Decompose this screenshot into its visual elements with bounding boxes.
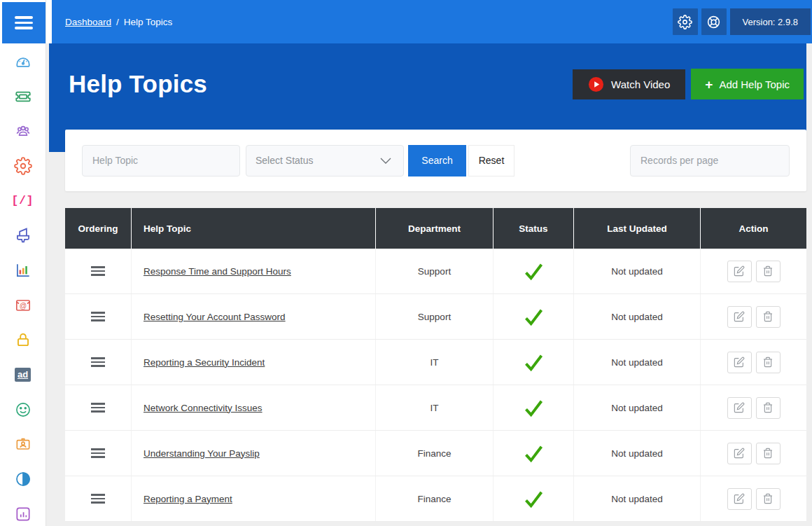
help-topic-link[interactable]: Reporting a Payment <box>144 494 232 504</box>
edit-icon <box>734 493 745 504</box>
status-active-check-icon <box>523 352 545 373</box>
hamburger-menu-icon <box>15 16 33 29</box>
sidebar-item-analytics[interactable] <box>0 497 46 526</box>
delete-button[interactable] <box>756 443 780 464</box>
edit-button[interactable] <box>727 261 752 282</box>
ordering-cell <box>65 385 132 430</box>
edit-button[interactable] <box>727 306 752 328</box>
trash-icon <box>762 448 774 459</box>
life-ring-icon <box>706 15 721 29</box>
shortcode-brackets-icon: [/] <box>12 195 34 207</box>
help-topic-link[interactable]: Reporting a Security Incident <box>144 357 265 368</box>
sidebar-toggle-button[interactable] <box>2 2 46 43</box>
sidebar-item-agents[interactable] <box>0 427 46 462</box>
delete-button[interactable] <box>756 397 780 419</box>
sidebar-item-dashboard[interactable] <box>0 44 46 79</box>
status-active-check-icon <box>523 443 545 464</box>
help-topic-cell: Reporting a Payment <box>132 476 376 521</box>
action-cell <box>701 340 806 385</box>
sidebar-item-display-mode[interactable] <box>0 462 46 497</box>
sidebar-item-email[interactable]: @ <box>0 288 46 323</box>
edit-button[interactable] <box>727 352 752 373</box>
last-updated-cell: Not updated <box>574 431 701 476</box>
sidebar-item-feedback[interactable] <box>0 392 46 427</box>
trash-icon <box>762 402 774 413</box>
drag-handle[interactable] <box>88 399 108 416</box>
delete-button[interactable] <box>756 306 780 328</box>
sidebar-item-tickets[interactable] <box>0 79 46 114</box>
search-button[interactable]: Search <box>408 145 466 177</box>
status-active-check-icon <box>523 488 545 510</box>
edit-button[interactable] <box>727 488 752 510</box>
drag-handle[interactable] <box>88 490 108 507</box>
hero-actions: Watch Video + Add Help Topic <box>573 69 804 99</box>
records-per-page-input[interactable] <box>630 145 790 177</box>
ordering-cell <box>65 476 132 521</box>
header-help-topic: Help Topic <box>132 208 376 249</box>
ticket-icon <box>14 88 32 106</box>
help-topic-link[interactable]: Response Time and Support Hours <box>144 266 291 277</box>
sidebar-item-shortcodes[interactable]: [/] <box>0 184 46 219</box>
reset-button[interactable]: Reset <box>468 145 514 177</box>
status-active-check-icon <box>523 261 545 282</box>
settings-button[interactable] <box>673 8 698 35</box>
table-header-row: Ordering Help Topic Department Status La… <box>65 208 806 249</box>
edit-icon <box>734 265 745 277</box>
sidebar-item-reports[interactable] <box>0 253 46 288</box>
sidebar-item-ads[interactable]: ad <box>0 357 46 392</box>
drag-handle[interactable] <box>88 308 108 325</box>
department-cell: Finance <box>376 431 493 476</box>
sidebar-item-users[interactable] <box>0 113 46 148</box>
department-cell: Support <box>376 294 493 339</box>
help-topic-search-input[interactable] <box>82 145 240 177</box>
help-topic-link[interactable]: Understanding Your Payslip <box>144 448 260 459</box>
users-group-icon <box>14 122 32 140</box>
action-cell <box>701 476 806 521</box>
play-icon <box>588 76 604 92</box>
delete-button[interactable] <box>756 261 780 282</box>
support-button[interactable] <box>701 8 727 35</box>
drag-handle[interactable] <box>88 445 108 462</box>
watch-video-label: Watch Video <box>611 78 670 90</box>
analytics-bars-icon <box>14 505 32 523</box>
department-cell: Finance <box>376 476 493 521</box>
ordering-cell <box>65 340 132 385</box>
table-body: Response Time and Support Hours Support … <box>65 249 806 522</box>
help-topic-cell: Response Time and Support Hours <box>132 249 376 293</box>
last-updated-cell: Not updated <box>574 476 701 521</box>
help-topic-cell: Network Connectivity Issues <box>132 385 376 430</box>
sidebar-item-settings[interactable] <box>0 148 46 184</box>
main-content: Help Topics Watch Video + Add Help Topic… <box>46 43 812 526</box>
sidebar-item-appearance[interactable] <box>0 218 46 253</box>
topbar-actions: Version: 2.9.8 <box>673 8 811 35</box>
ordering-cell <box>65 294 132 339</box>
department-cell: IT <box>376 340 493 385</box>
drag-handle[interactable] <box>88 354 108 371</box>
table-row: Resetting Your Account Password Support … <box>65 294 806 340</box>
add-help-topic-button[interactable]: + Add Help Topic <box>691 69 804 99</box>
action-cell <box>701 249 806 293</box>
edit-button[interactable] <box>727 443 752 464</box>
drag-handle[interactable] <box>88 263 108 279</box>
paint-brush-icon <box>14 226 32 244</box>
status-select[interactable]: Select Status <box>246 145 404 177</box>
delete-button[interactable] <box>756 488 780 510</box>
email-at-icon: @ <box>14 296 32 314</box>
edit-icon <box>734 357 745 368</box>
trash-icon <box>762 493 774 504</box>
sidebar-nav: [/] @ <box>0 44 46 526</box>
sidebar-item-security[interactable] <box>0 323 46 358</box>
breadcrumb-dashboard-link[interactable]: Dashboard <box>65 17 111 27</box>
edit-button[interactable] <box>727 397 752 419</box>
lock-icon <box>14 331 32 349</box>
delete-button[interactable] <box>756 352 780 373</box>
ad-badge-icon: ad <box>15 368 31 382</box>
status-cell <box>493 249 574 293</box>
header-department: Department <box>376 208 493 249</box>
help-topic-link[interactable]: Resetting Your Account Password <box>144 312 286 322</box>
last-updated-cell: Not updated <box>574 249 701 293</box>
watch-video-button[interactable]: Watch Video <box>573 69 685 99</box>
help-topics-table: Ordering Help Topic Department Status La… <box>65 208 806 522</box>
help-topic-link[interactable]: Network Connectivity Issues <box>144 403 262 413</box>
status-select-value: Select Status <box>255 155 314 166</box>
